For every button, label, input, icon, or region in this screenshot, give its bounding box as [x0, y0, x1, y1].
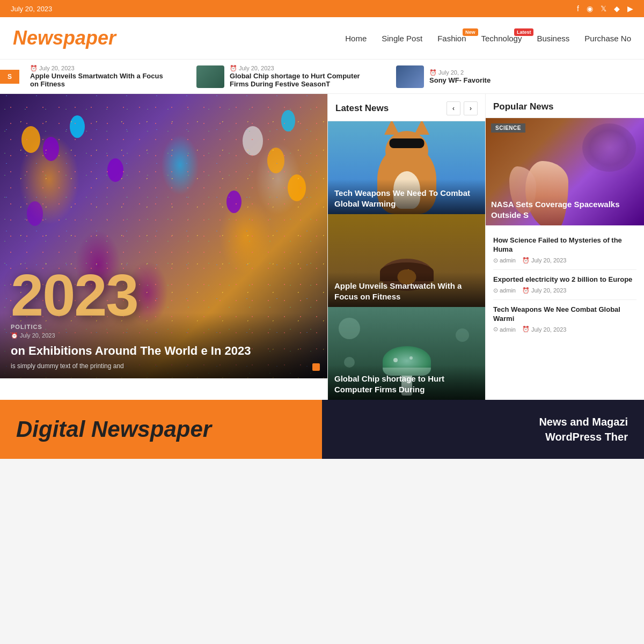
popular-item-meta-2: ⊙ admin ⏰ July 20, 2023 [493, 287, 636, 294]
ticker-content: ⏰ July 20, 2023 Apple Unveils Smartwatch… [19, 65, 501, 88]
hero-dot-indicator [312, 363, 320, 371]
popular-news-title: Popular News [493, 101, 553, 112]
header: Newspaper Home Single Post Fashion New T… [0, 17, 644, 60]
popular-item-date-1: ⏰ July 20, 2023 [522, 257, 566, 264]
social-icons-group: f ◉ 𝕏 ◆ ▶ [577, 4, 633, 13]
hero-section: 2023 POLITICS ⏰ July 20, 2023 on Exhibit… [0, 94, 327, 400]
popular-item-author-icon-3: ⊙ admin [493, 326, 516, 333]
news-card-image-3: Global Chip shortage to Hurt Computer Fi… [328, 307, 485, 400]
prev-arrow-button[interactable]: ‹ [447, 101, 460, 115]
popular-item-date-3: ⏰ July 20, 2023 [522, 326, 566, 333]
ticker-item[interactable]: ⏰ July 20, 2023 Global Chip shortage to … [196, 65, 369, 88]
hero-description: is simply dummy text of the printing and [11, 362, 317, 370]
latest-news-card-2[interactable]: Apple Unveils Smartwatch With a Focus on… [328, 214, 485, 307]
footer-left: Digital Newspaper [0, 400, 322, 459]
ticker-item[interactable]: ⏰ July 20, 2 Sony WF- Favorite [396, 65, 491, 88]
main-content: 2023 POLITICS ⏰ July 20, 2023 on Exhibit… [0, 94, 644, 400]
popular-featured-bg: SCIENCE NASA Sets Coverage Spacewalks Ou… [486, 118, 644, 225]
ticker-title: Sony WF- Favorite [429, 76, 491, 84]
latest-news-section: Latest News ‹ › [327, 94, 486, 400]
latest-news-card-3[interactable]: Global Chip shortage to Hurt Computer Fi… [328, 307, 485, 400]
footer-right: News and Magazi WordPress Ther [322, 400, 644, 459]
popular-item-author-icon-2: ⊙ admin [493, 287, 516, 294]
popular-featured-card[interactable]: SCIENCE NASA Sets Coverage Spacewalks Ou… [486, 118, 644, 225]
ticker-date: ⏰ July 20, 2 [429, 69, 491, 76]
footer-logo-white: Digital [16, 416, 91, 442]
hero-overlay: POLITICS ⏰ July 20, 2023 on Exhibitions … [0, 313, 327, 378]
breaking-news-bar: S ⏰ July 20, 2023 Apple Unveils Smartwat… [0, 60, 644, 94]
nav-single-post[interactable]: Single Post [382, 34, 422, 43]
news-card-image-2: Apple Unveils Smartwatch With a Focus on… [328, 214, 485, 307]
popular-news-section: Popular News SCIENCE NASA Sets Coverage … [486, 94, 644, 400]
popular-featured-title: NASA Sets Coverage Spacewalks Outside S [491, 199, 639, 220]
youtube-icon[interactable]: ▶ [627, 4, 633, 13]
news-nav-arrows: ‹ › [447, 101, 478, 115]
news-card-title-3: Global Chip shortage to Hurt Computer Fi… [334, 374, 479, 394]
news-card-title-1: Tech Weapons We Need To Combat Global Wa… [334, 188, 479, 209]
nav-purchase[interactable]: Purchase No [584, 34, 631, 43]
hero-title: on Exhibitions Around The World e In 202… [11, 343, 317, 359]
popular-item-meta-1: ⊙ admin ⏰ July 20, 2023 [493, 257, 636, 264]
ticker-thumb [396, 65, 424, 88]
bookmark-icon[interactable]: ◆ [614, 4, 620, 13]
popular-item-meta-3: ⊙ admin ⏰ July 20, 2023 [493, 326, 636, 333]
news-card-overlay-3: Global Chip shortage to Hurt Computer Fi… [328, 365, 485, 400]
news-card-image-1: Tech Weapons We Need To Combat Global Wa… [328, 121, 485, 214]
breaking-label: S [0, 70, 19, 84]
main-nav: Home Single Post Fashion New Technology … [345, 34, 631, 43]
facebook-icon[interactable]: f [577, 4, 579, 13]
technology-badge: Latest [514, 28, 534, 36]
hero-date: ⏰ July 20, 2023 [11, 332, 317, 339]
popular-item-title-2: Exported electricity wo 2 billion to Eur… [493, 275, 636, 284]
latest-news-header: Latest News ‹ › [328, 94, 485, 121]
ticker-info: ⏰ July 20, 2023 Global Chip shortage to … [230, 65, 369, 88]
hero-category: POLITICS [11, 324, 317, 330]
next-arrow-button[interactable]: › [464, 101, 478, 115]
nav-fashion[interactable]: Fashion New [437, 34, 466, 43]
news-card-overlay-1: Tech Weapons We Need To Combat Global Wa… [328, 179, 485, 214]
footer-banner: Digital Newspaper News and Magazi WordPr… [0, 400, 644, 459]
hero-image: 2023 POLITICS ⏰ July 20, 2023 on Exhibit… [0, 94, 327, 378]
twitter-icon[interactable]: 𝕏 [601, 4, 606, 13]
site-logo[interactable]: Newspaper [13, 27, 116, 49]
ticker-date: ⏰ July 20, 2023 [30, 65, 170, 72]
popular-news-header: Popular News [486, 94, 644, 118]
date-display: July 20, 2023 [11, 5, 52, 13]
popular-item-date-2: ⏰ July 20, 2023 [522, 287, 566, 294]
ticker-info: ⏰ July 20, 2023 Apple Unveils Smartwatch… [30, 65, 170, 88]
popular-list-item-3[interactable]: Tech Weapons We Nee Combat Global Warmi … [493, 300, 636, 339]
ticker-item[interactable]: ⏰ July 20, 2023 Apple Unveils Smartwatch… [30, 65, 170, 88]
latest-news-card-1[interactable]: Tech Weapons We Need To Combat Global Wa… [328, 121, 485, 214]
latest-news-title: Latest News [335, 103, 389, 114]
fashion-badge: New [463, 28, 478, 36]
ticker-title: Global Chip shortage to Hurt Computer Fi… [230, 72, 369, 88]
ticker-date: ⏰ July 20, 2023 [230, 65, 369, 72]
ticker-title: Apple Unveils Smartwatch With a Focus on… [30, 72, 170, 88]
popular-item-title-3: Tech Weapons We Nee Combat Global Warmi [493, 305, 636, 324]
nav-technology[interactable]: Technology Latest [481, 34, 522, 43]
popular-item-author-icon-1: ⊙ admin [493, 257, 516, 264]
popular-list-item-2[interactable]: Exported electricity wo 2 billion to Eur… [493, 270, 636, 300]
footer-logo-dark: Newspaper [91, 416, 211, 442]
science-badge: SCIENCE [491, 123, 525, 133]
popular-item-title-1: How Science Failed to Mysteries of the H… [493, 236, 636, 254]
instagram-icon[interactable]: ◉ [587, 4, 593, 13]
ticker-thumb [196, 65, 224, 88]
footer-logo-text: Digital Newspaper [16, 416, 211, 442]
top-bar: July 20, 2023 f ◉ 𝕏 ◆ ▶ [0, 0, 644, 17]
popular-list-item-1[interactable]: How Science Failed to Mysteries of the H… [493, 231, 636, 270]
popular-list: How Science Failed to Mysteries of the H… [486, 225, 644, 343]
footer-right-text: News and Magazi WordPress Ther [539, 414, 628, 444]
ticker-info: ⏰ July 20, 2 Sony WF- Favorite [429, 69, 491, 84]
nav-home[interactable]: Home [345, 34, 367, 43]
nav-business[interactable]: Business [537, 34, 569, 43]
